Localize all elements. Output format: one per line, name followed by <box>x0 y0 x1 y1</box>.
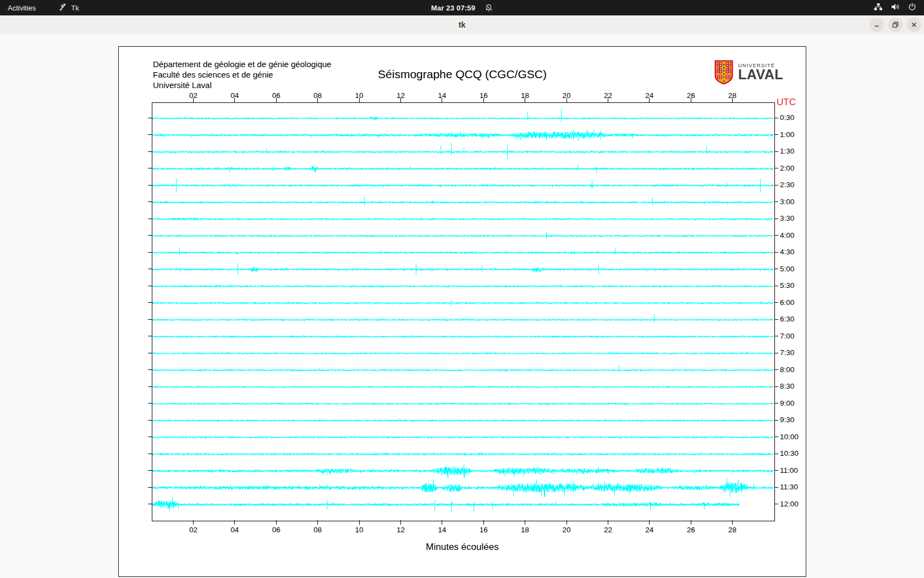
utc-time-label: 2:00 <box>780 164 794 173</box>
x-tick-label-bottom: 18 <box>517 526 534 534</box>
utc-time-label: 8:00 <box>780 366 794 374</box>
row-tick-right <box>774 134 778 135</box>
row-tick-left <box>148 386 152 387</box>
gnome-top-bar: Activities Tk Mar 23 07:59 <box>0 0 924 15</box>
utc-time-label: 3:00 <box>780 198 794 206</box>
activities-button[interactable]: Activities <box>0 0 43 15</box>
x-tick-bottom <box>400 520 401 525</box>
x-tick-bottom <box>234 520 235 525</box>
row-tick-left <box>148 470 152 471</box>
x-tick-bottom <box>359 520 360 525</box>
row-tick-left <box>148 319 152 320</box>
row-tick-left <box>148 168 152 168</box>
x-tick-label-top: 22 <box>600 91 616 100</box>
x-tick-label-bottom: 06 <box>268 526 284 534</box>
x-tick-bottom <box>732 520 733 525</box>
x-tick-bottom <box>525 520 525 525</box>
row-tick-left <box>148 420 152 421</box>
row-tick-left <box>148 437 152 437</box>
x-tick-label-bottom: 22 <box>600 526 616 534</box>
x-tick-label-top: 04 <box>227 91 243 100</box>
row-tick-right <box>774 185 778 186</box>
utc-axis-label: UTC <box>777 97 796 108</box>
x-tick-label-bottom: 12 <box>392 526 409 534</box>
desktop: Activities Tk Mar 23 07:59 <box>0 0 924 578</box>
x-tick-label-bottom: 14 <box>434 526 450 534</box>
minimize-button[interactable] <box>870 18 884 32</box>
utc-time-label: 6:00 <box>780 298 794 307</box>
x-tick-bottom <box>317 520 318 525</box>
utc-time-label: 8:30 <box>780 382 794 391</box>
row-tick-right <box>774 470 778 471</box>
row-tick-left <box>148 269 152 269</box>
x-tick-bottom <box>608 520 608 525</box>
focused-app-menu[interactable]: Tk <box>59 3 79 13</box>
utc-time-label: 1:00 <box>780 130 794 139</box>
row-tick-left <box>148 151 152 152</box>
x-tick-label-top: 06 <box>268 91 284 100</box>
utc-time-label: 1:30 <box>780 147 794 156</box>
utc-time-label: 5:30 <box>780 281 794 290</box>
row-tick-right <box>774 437 778 437</box>
row-tick-left <box>148 369 152 370</box>
x-tick-label-bottom: 26 <box>683 526 699 534</box>
x-tick-label-top: 18 <box>517 91 534 100</box>
row-tick-left <box>148 336 152 336</box>
utc-time-label: 4:00 <box>780 231 794 240</box>
laval-shield-icon <box>714 60 733 87</box>
x-tick-bottom <box>193 520 194 525</box>
x-tick-label-top: 08 <box>310 91 326 100</box>
x-tick-label-bottom: 20 <box>558 526 575 534</box>
utc-time-label: 11:30 <box>780 483 798 492</box>
row-tick-right <box>774 403 778 403</box>
x-axis-title: Minutes écoulées <box>119 542 806 553</box>
tk-feather-icon <box>59 3 67 13</box>
utc-time-label: 6:30 <box>780 315 794 324</box>
utc-time-label: 0:30 <box>780 113 794 122</box>
utc-time-label: 7:00 <box>780 332 794 341</box>
close-button[interactable] <box>907 18 921 32</box>
wired-network-icon <box>874 3 883 13</box>
window-content: Département de géologie et de génie géol… <box>0 34 924 578</box>
row-tick-left <box>148 487 152 488</box>
row-tick-right <box>774 319 778 320</box>
row-tick-right <box>774 201 778 202</box>
x-tick-label-bottom: 24 <box>641 526 658 534</box>
row-tick-right <box>774 235 778 236</box>
clock-label: Mar 23 07:59 <box>431 4 475 12</box>
window-title: tk <box>0 15 924 34</box>
x-tick-label-bottom: 02 <box>185 526 201 534</box>
row-tick-right <box>774 353 778 353</box>
row-tick-left <box>148 403 152 403</box>
x-tick-bottom <box>483 520 484 525</box>
window-titlebar[interactable]: tk <box>0 15 924 35</box>
x-tick-label-bottom: 04 <box>227 526 243 534</box>
x-tick-bottom <box>566 520 567 525</box>
logo-large-text: LAVAL <box>738 68 783 80</box>
clock-menu[interactable]: Mar 23 07:59 <box>431 0 493 15</box>
row-tick-right <box>774 168 778 168</box>
utc-time-label: 2:30 <box>780 181 794 189</box>
row-tick-right <box>774 118 778 118</box>
row-tick-left <box>148 252 152 253</box>
row-tick-left <box>148 185 152 186</box>
row-tick-right <box>774 454 778 454</box>
volume-icon <box>891 3 900 13</box>
maximize-button[interactable] <box>888 18 903 32</box>
page-title: Séismographe QCQ (CGC/GSC) <box>119 68 806 81</box>
utc-time-label: 4:30 <box>780 248 794 257</box>
x-tick-label-top: 28 <box>724 91 741 100</box>
x-tick-bottom <box>442 520 442 525</box>
row-tick-right <box>774 219 778 219</box>
utc-time-label: 10:00 <box>780 433 799 441</box>
utc-time-label: 11:00 <box>780 466 798 475</box>
utc-time-label: 9:30 <box>780 416 794 424</box>
x-tick-label-top: 14 <box>434 91 450 100</box>
row-tick-right <box>774 386 778 387</box>
system-status-menu[interactable] <box>872 0 919 15</box>
seismogram-traces <box>152 103 773 520</box>
utc-time-label: 9:00 <box>780 399 794 408</box>
focused-app-label: Tk <box>71 4 79 12</box>
power-icon <box>908 3 916 13</box>
row-tick-right <box>774 151 778 152</box>
